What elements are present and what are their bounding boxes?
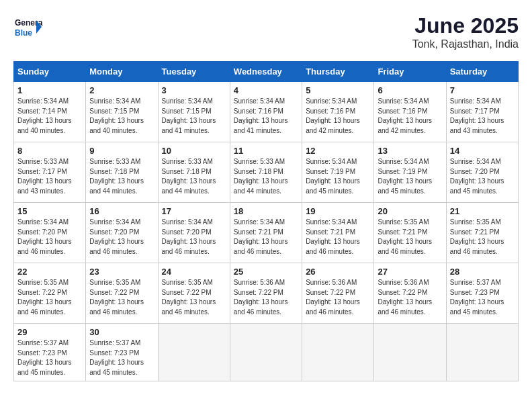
empty-cell <box>230 324 302 381</box>
day-info: Sunrise: 5:34 AMSunset: 7:15 PMDaylight:… <box>89 97 154 136</box>
day-info: Sunrise: 5:34 AMSunset: 7:20 PMDaylight:… <box>162 218 226 257</box>
day-info: Sunrise: 5:35 AMSunset: 7:22 PMDaylight:… <box>89 278 154 317</box>
day-info: Sunrise: 5:34 AMSunset: 7:20 PMDaylight:… <box>17 218 82 257</box>
day-number: 5 <box>306 85 370 95</box>
title-block: June 2025 Tonk, Rajasthan, India <box>412 13 519 50</box>
table-row: 19 Sunrise: 5:34 AMSunset: 7:21 PMDaylig… <box>302 203 374 263</box>
day-info: Sunrise: 5:34 AMSunset: 7:20 PMDaylight:… <box>89 218 154 257</box>
table-row: 8 Sunrise: 5:33 AMSunset: 7:17 PMDayligh… <box>14 142 86 203</box>
day-number: 13 <box>378 146 442 156</box>
table-row: 7 Sunrise: 5:34 AMSunset: 7:17 PMDayligh… <box>446 82 518 142</box>
day-info: Sunrise: 5:37 AMSunset: 7:23 PMDaylight:… <box>89 338 154 377</box>
day-number: 1 <box>17 85 82 95</box>
day-info: Sunrise: 5:34 AMSunset: 7:21 PMDaylight:… <box>306 218 370 257</box>
day-number: 3 <box>162 85 226 95</box>
table-row: 15 Sunrise: 5:34 AMSunset: 7:20 PMDaylig… <box>14 203 86 263</box>
svg-text:Blue: Blue <box>15 28 32 38</box>
day-info: Sunrise: 5:34 AMSunset: 7:19 PMDaylight:… <box>378 157 442 196</box>
table-row: 23 Sunrise: 5:35 AMSunset: 7:22 PMDaylig… <box>86 263 158 324</box>
empty-cell <box>374 324 446 381</box>
day-number: 19 <box>306 206 370 216</box>
day-number: 16 <box>89 206 154 216</box>
table-row: 20 Sunrise: 5:35 AMSunset: 7:21 PMDaylig… <box>374 203 446 263</box>
day-number: 26 <box>306 267 370 277</box>
logo: General Blue <box>13 13 43 43</box>
table-row: 16 Sunrise: 5:34 AMSunset: 7:20 PMDaylig… <box>86 203 158 263</box>
day-number: 21 <box>450 206 515 216</box>
col-sunday: Sunday <box>14 62 86 82</box>
day-info: Sunrise: 5:34 AMSunset: 7:16 PMDaylight:… <box>306 97 370 136</box>
empty-cell <box>158 324 230 381</box>
day-number: 12 <box>306 146 370 156</box>
day-number: 20 <box>378 206 442 216</box>
location: Tonk, Rajasthan, India <box>412 38 519 50</box>
day-info: Sunrise: 5:34 AMSunset: 7:15 PMDaylight:… <box>162 97 226 136</box>
calendar-table: Sunday Monday Tuesday Wednesday Thursday… <box>13 61 519 381</box>
day-number: 29 <box>17 327 82 337</box>
week-row: 1 Sunrise: 5:34 AMSunset: 7:14 PMDayligh… <box>14 82 519 142</box>
day-number: 17 <box>162 206 226 216</box>
table-row: 9 Sunrise: 5:33 AMSunset: 7:18 PMDayligh… <box>86 142 158 203</box>
day-number: 8 <box>17 146 82 156</box>
col-saturday: Saturday <box>446 62 518 82</box>
day-info: Sunrise: 5:34 AMSunset: 7:17 PMDaylight:… <box>450 97 515 136</box>
day-number: 7 <box>450 85 515 95</box>
day-number: 27 <box>378 267 442 277</box>
day-info: Sunrise: 5:34 AMSunset: 7:19 PMDaylight:… <box>306 157 370 196</box>
table-row: 22 Sunrise: 5:35 AMSunset: 7:22 PMDaylig… <box>14 263 86 324</box>
day-info: Sunrise: 5:34 AMSunset: 7:21 PMDaylight:… <box>234 218 298 257</box>
month-title: June 2025 <box>412 13 519 38</box>
day-info: Sunrise: 5:35 AMSunset: 7:21 PMDaylight:… <box>378 218 442 257</box>
day-number: 15 <box>17 206 82 216</box>
table-row: 10 Sunrise: 5:33 AMSunset: 7:18 PMDaylig… <box>158 142 230 203</box>
day-info: Sunrise: 5:36 AMSunset: 7:22 PMDaylight:… <box>234 278 298 317</box>
empty-cell <box>446 324 518 381</box>
day-info: Sunrise: 5:35 AMSunset: 7:21 PMDaylight:… <box>450 218 515 257</box>
table-row: 6 Sunrise: 5:34 AMSunset: 7:16 PMDayligh… <box>374 82 446 142</box>
week-row: 22 Sunrise: 5:35 AMSunset: 7:22 PMDaylig… <box>14 263 519 324</box>
day-number: 18 <box>234 206 298 216</box>
col-monday: Monday <box>86 62 158 82</box>
day-info: Sunrise: 5:34 AMSunset: 7:16 PMDaylight:… <box>234 97 298 136</box>
table-row: 26 Sunrise: 5:36 AMSunset: 7:22 PMDaylig… <box>302 263 374 324</box>
header-row: Sunday Monday Tuesday Wednesday Thursday… <box>14 62 519 82</box>
empty-cell <box>302 324 374 381</box>
col-friday: Friday <box>374 62 446 82</box>
week-row: 8 Sunrise: 5:33 AMSunset: 7:17 PMDayligh… <box>14 142 519 203</box>
day-number: 10 <box>162 146 226 156</box>
day-info: Sunrise: 5:34 AMSunset: 7:16 PMDaylight:… <box>378 97 442 136</box>
day-number: 6 <box>378 85 442 95</box>
day-info: Sunrise: 5:37 AMSunset: 7:23 PMDaylight:… <box>450 278 515 317</box>
table-row: 27 Sunrise: 5:36 AMSunset: 7:22 PMDaylig… <box>374 263 446 324</box>
col-thursday: Thursday <box>302 62 374 82</box>
day-info: Sunrise: 5:37 AMSunset: 7:23 PMDaylight:… <box>17 338 82 377</box>
table-row: 18 Sunrise: 5:34 AMSunset: 7:21 PMDaylig… <box>230 203 302 263</box>
day-info: Sunrise: 5:33 AMSunset: 7:18 PMDaylight:… <box>89 157 154 196</box>
day-info: Sunrise: 5:33 AMSunset: 7:17 PMDaylight:… <box>17 157 82 196</box>
table-row: 17 Sunrise: 5:34 AMSunset: 7:20 PMDaylig… <box>158 203 230 263</box>
day-number: 28 <box>450 267 515 277</box>
day-number: 11 <box>234 146 298 156</box>
week-row: 15 Sunrise: 5:34 AMSunset: 7:20 PMDaylig… <box>14 203 519 263</box>
table-row: 3 Sunrise: 5:34 AMSunset: 7:15 PMDayligh… <box>158 82 230 142</box>
col-wednesday: Wednesday <box>230 62 302 82</box>
day-info: Sunrise: 5:34 AMSunset: 7:20 PMDaylight:… <box>450 157 515 196</box>
day-number: 24 <box>162 267 226 277</box>
table-row: 25 Sunrise: 5:36 AMSunset: 7:22 PMDaylig… <box>230 263 302 324</box>
day-info: Sunrise: 5:35 AMSunset: 7:22 PMDaylight:… <box>162 278 226 317</box>
day-number: 4 <box>234 85 298 95</box>
table-row: 29 Sunrise: 5:37 AMSunset: 7:23 PMDaylig… <box>14 324 86 381</box>
day-info: Sunrise: 5:35 AMSunset: 7:22 PMDaylight:… <box>17 278 82 317</box>
table-row: 2 Sunrise: 5:34 AMSunset: 7:15 PMDayligh… <box>86 82 158 142</box>
day-number: 14 <box>450 146 515 156</box>
day-info: Sunrise: 5:33 AMSunset: 7:18 PMDaylight:… <box>234 157 298 196</box>
table-row: 30 Sunrise: 5:37 AMSunset: 7:23 PMDaylig… <box>86 324 158 381</box>
table-row: 14 Sunrise: 5:34 AMSunset: 7:20 PMDaylig… <box>446 142 518 203</box>
col-tuesday: Tuesday <box>158 62 230 82</box>
table-row: 5 Sunrise: 5:34 AMSunset: 7:16 PMDayligh… <box>302 82 374 142</box>
day-number: 9 <box>89 146 154 156</box>
logo-svg: General Blue <box>13 13 43 43</box>
day-number: 30 <box>89 327 154 337</box>
day-number: 22 <box>17 267 82 277</box>
day-info: Sunrise: 5:36 AMSunset: 7:22 PMDaylight:… <box>306 278 370 317</box>
